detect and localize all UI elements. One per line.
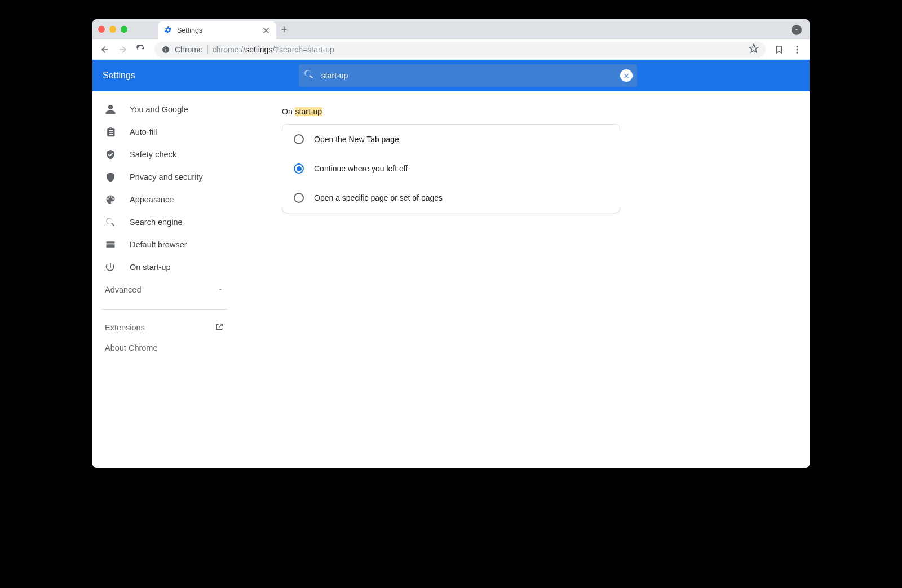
svg-point-2 (797, 48, 798, 50)
sidebar-about-chrome[interactable]: About Chrome (92, 338, 236, 358)
tab-strip: Settings (92, 19, 810, 39)
app-header: Settings (92, 60, 810, 91)
sidebar-item-label: On start-up (130, 263, 171, 272)
radio-icon (294, 134, 304, 144)
window-controls (98, 26, 127, 33)
close-window-button[interactable] (98, 26, 105, 33)
site-info[interactable]: Chrome (161, 45, 208, 54)
settings-search-input[interactable] (321, 71, 613, 80)
sidebar-item-on-start-up[interactable]: On start-up (92, 256, 236, 278)
radio-option-new-tab[interactable]: Open the New Tab page (282, 125, 620, 154)
address-bar[interactable]: Chrome chrome://settings/?search=start-u… (154, 42, 766, 58)
radio-icon (294, 163, 304, 174)
sidebar: You and Google Auto-fill Safety check Pr… (92, 91, 237, 468)
clear-search-icon[interactable] (620, 69, 633, 82)
search-highlight: start-up (295, 107, 322, 116)
new-tab-button[interactable] (276, 25, 292, 34)
chevron-down-icon (217, 285, 224, 294)
shield-check-icon (105, 149, 116, 160)
sidebar-item-label: Default browser (130, 240, 187, 249)
divider (101, 309, 227, 310)
radio-option-continue[interactable]: Continue where you left off (282, 154, 620, 183)
sidebar-item-label: Privacy and security (130, 173, 203, 182)
sidebar-item-search-engine[interactable]: Search engine (92, 211, 236, 233)
palette-icon (105, 194, 116, 205)
reading-list-icon[interactable] (771, 42, 787, 58)
sidebar-item-safety-check[interactable]: Safety check (92, 143, 236, 166)
bookmark-star-icon[interactable] (749, 43, 759, 55)
forward-button[interactable] (115, 42, 131, 58)
divider (207, 45, 208, 54)
sidebar-item-default-browser[interactable]: Default browser (92, 233, 236, 256)
settings-search[interactable] (299, 64, 637, 87)
browser-window: Settings Chrome c (92, 19, 810, 468)
shield-icon (105, 171, 116, 183)
sidebar-item-label: Auto-fill (130, 127, 157, 136)
sidebar-item-autofill[interactable]: Auto-fill (92, 121, 236, 143)
sidebar-item-label: Safety check (130, 150, 176, 159)
external-link-icon (215, 322, 224, 333)
startup-options-card: Open the New Tab page Continue where you… (282, 124, 620, 213)
clipboard-icon (105, 126, 116, 138)
profile-menu-icon[interactable] (792, 25, 802, 35)
sidebar-extensions[interactable]: Extensions (92, 317, 236, 338)
close-tab-icon[interactable] (262, 25, 271, 36)
overflow-menu-icon[interactable] (789, 42, 805, 58)
gear-icon (163, 25, 173, 36)
sidebar-item-appearance[interactable]: Appearance (92, 188, 236, 211)
settings-app: Settings You and Google Auto-fil (92, 60, 810, 468)
maximize-window-button[interactable] (121, 26, 127, 33)
radio-icon (294, 193, 304, 203)
browser-icon (105, 239, 116, 250)
search-icon (303, 69, 315, 82)
extensions-label: Extensions (105, 323, 145, 332)
main-content: On start-up Open the New Tab page Contin… (237, 91, 810, 468)
browser-tab[interactable]: Settings (158, 21, 276, 39)
sidebar-item-privacy[interactable]: Privacy and security (92, 166, 236, 188)
about-label: About Chrome (105, 343, 158, 352)
power-icon (105, 262, 116, 273)
svg-point-3 (797, 51, 798, 53)
tab-title: Settings (177, 26, 202, 34)
sidebar-advanced[interactable]: Advanced (92, 278, 236, 301)
reload-button[interactable] (133, 42, 149, 58)
browser-toolbar: Chrome chrome://settings/?search=start-u… (92, 39, 810, 60)
person-icon (105, 104, 116, 115)
radio-label: Open the New Tab page (314, 135, 399, 144)
app-body: You and Google Auto-fill Safety check Pr… (92, 91, 810, 468)
radio-option-specific-pages[interactable]: Open a specific page or set of pages (282, 183, 620, 213)
sidebar-item-label: You and Google (130, 105, 188, 114)
advanced-label: Advanced (105, 285, 142, 294)
sidebar-item-label: Appearance (130, 195, 174, 204)
sidebar-item-label: Search engine (130, 218, 183, 227)
back-button[interactable] (97, 42, 113, 58)
section-title: On start-up (282, 107, 810, 116)
minimize-window-button[interactable] (109, 26, 116, 33)
search-icon (105, 216, 116, 228)
origin-label: Chrome (175, 45, 203, 54)
app-title: Settings (103, 70, 135, 81)
sidebar-item-you-and-google[interactable]: You and Google (92, 98, 236, 121)
url-text: chrome://settings/?search=start-up (213, 45, 334, 54)
radio-label: Continue where you left off (314, 164, 408, 173)
svg-point-1 (797, 46, 798, 47)
radio-label: Open a specific page or set of pages (314, 193, 443, 202)
